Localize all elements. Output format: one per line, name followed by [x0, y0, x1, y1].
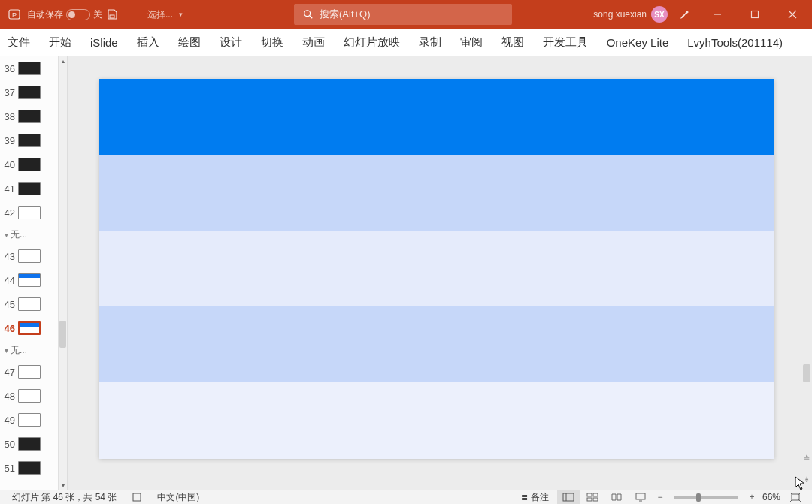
- thumbnail-slide-44[interactable]: 44: [0, 268, 58, 292]
- svg-rect-18: [792, 494, 799, 500]
- scroll-thumb[interactable]: [59, 321, 66, 348]
- thumbnail-slide-39[interactable]: 39: [0, 128, 58, 152]
- status-bar: 幻灯片 第 46 张，共 54 张 中文(中国) ≣ 备注 − + 66%: [0, 490, 812, 504]
- thumbnail-number: 47: [2, 367, 15, 378]
- thumbnail-slide-36[interactable]: 36: [0, 56, 58, 80]
- thumbnail-slide-51[interactable]: 51: [0, 456, 58, 480]
- svg-rect-15: [593, 498, 598, 501]
- tab-file[interactable]: 文件: [6, 31, 32, 54]
- tab-developer[interactable]: 开发工具: [541, 31, 589, 54]
- zoom-out-button[interactable]: −: [653, 490, 667, 504]
- section-header[interactable]: 无...: [0, 340, 58, 360]
- thumbnail-image: [18, 134, 41, 147]
- notes-button[interactable]: ≣ 备注: [514, 491, 556, 504]
- accessibility-icon[interactable]: [124, 492, 150, 502]
- reading-view-button[interactable]: [605, 490, 628, 504]
- tab-record[interactable]: 录制: [417, 31, 443, 54]
- thumbnail-image: [18, 86, 41, 99]
- thumbnail-slide-50[interactable]: 50: [0, 432, 58, 456]
- thumbnail-image: [18, 413, 41, 427]
- thumbnail-slide-38[interactable]: 38: [0, 104, 58, 128]
- tab-view[interactable]: 视图: [500, 31, 526, 54]
- thumbnail-number: 39: [2, 135, 15, 146]
- svg-rect-14: [587, 498, 592, 501]
- zoom-slider[interactable]: [674, 496, 738, 499]
- fit-to-window-button[interactable]: [784, 490, 807, 504]
- thumbnail-number: 42: [2, 207, 15, 219]
- thumbnail-number: 44: [2, 275, 15, 286]
- canvas-scroll-thumb[interactable]: [803, 364, 810, 382]
- language-button[interactable]: 中文(中国): [150, 491, 207, 504]
- zoom-level[interactable]: 66%: [759, 492, 783, 502]
- svg-rect-6: [752, 11, 759, 18]
- maximize-button[interactable]: [740, 4, 770, 25]
- tab-onekey[interactable]: OneKey Lite: [605, 32, 671, 53]
- select-label: 选择...: [147, 8, 173, 21]
- tab-review[interactable]: 审阅: [459, 31, 484, 54]
- brush-icon[interactable]: [677, 7, 692, 22]
- tab-islide[interactable]: iSlide: [89, 32, 120, 53]
- thumbnail-slide-46[interactable]: 46: [0, 316, 58, 340]
- thumbnail-number: 51: [2, 463, 15, 474]
- close-button[interactable]: [777, 4, 807, 25]
- workspace: 36373839404142无...43444546无...4748495051…: [0, 56, 812, 490]
- slide-counter[interactable]: 幻灯片 第 46 张，共 54 张: [5, 491, 124, 504]
- notes-label: 备注: [531, 491, 549, 504]
- thumbnail-image: [18, 321, 41, 335]
- current-slide[interactable]: [99, 79, 774, 459]
- canvas-scrollbar[interactable]: [801, 56, 812, 473]
- thumbnail-image: [18, 182, 41, 195]
- thumbnail-slide-41[interactable]: 41: [0, 177, 58, 201]
- thumbnails-scrollbar[interactable]: ▴ ▾: [58, 56, 67, 490]
- svg-line-4: [310, 16, 313, 19]
- thumbnail-image: [18, 110, 41, 123]
- thumbnail-slide-42[interactable]: 42: [0, 201, 58, 225]
- normal-view-button[interactable]: [557, 490, 580, 504]
- thumbnail-slide-40[interactable]: 40: [0, 152, 58, 177]
- thumbnail-image: [18, 365, 41, 379]
- thumbnail-number: 49: [2, 415, 15, 426]
- app-icon: P: [7, 7, 22, 22]
- slide-stripe-4: [99, 306, 774, 382]
- tab-design[interactable]: 设计: [218, 31, 244, 54]
- thumbnail-slide-47[interactable]: 47: [0, 360, 58, 384]
- sorter-view-button[interactable]: [581, 490, 604, 504]
- tab-animations[interactable]: 动画: [301, 31, 326, 54]
- slide-stripe-5: [99, 382, 774, 459]
- thumbnail-image: [18, 297, 41, 311]
- scroll-up-icon[interactable]: ▴: [59, 56, 67, 65]
- account-button[interactable]: song xuexian SX: [593, 6, 668, 23]
- quick-select[interactable]: 选择... ▾: [147, 8, 183, 21]
- autosave-toggle[interactable]: 自动保存 关: [27, 8, 102, 21]
- tab-insert[interactable]: 插入: [135, 31, 161, 54]
- tab-draw[interactable]: 绘图: [177, 31, 202, 54]
- section-header[interactable]: 无...: [0, 225, 58, 244]
- svg-rect-16: [636, 493, 645, 499]
- thumbnail-slide-48[interactable]: 48: [0, 384, 58, 408]
- thumbnail-slide-43[interactable]: 43: [0, 244, 58, 268]
- zoom-in-button[interactable]: +: [745, 490, 759, 504]
- thumbnail-image: [18, 461, 41, 475]
- scroll-down-icon[interactable]: ▾: [59, 481, 67, 490]
- prev-slide-icon[interactable]: ≜: [804, 454, 810, 463]
- nav-icons: ≜ ⇟: [801, 448, 812, 490]
- thumbnail-number: 50: [2, 439, 15, 450]
- minimize-button[interactable]: [702, 4, 732, 25]
- thumbnail-slide-45[interactable]: 45: [0, 292, 58, 316]
- tab-home[interactable]: 开始: [47, 31, 73, 54]
- tab-transitions[interactable]: 切换: [259, 31, 285, 54]
- thumbnail-number: 46: [2, 323, 15, 334]
- thumbnail-slide-37[interactable]: 37: [0, 80, 58, 104]
- slideshow-view-button[interactable]: [629, 490, 652, 504]
- save-button[interactable]: [105, 7, 120, 22]
- slide-canvas-area[interactable]: ≜ ⇟: [68, 56, 812, 490]
- tab-lvyhtools[interactable]: LvyhTools(201114): [686, 32, 784, 53]
- thumbnail-slide-49[interactable]: 49: [0, 408, 58, 432]
- thumbnail-image: [18, 273, 41, 287]
- tab-slideshow[interactable]: 幻灯片放映: [342, 31, 401, 54]
- search-input[interactable]: 搜索(Alt+Q): [294, 4, 512, 25]
- svg-rect-9: [133, 493, 141, 501]
- next-slide-icon[interactable]: ⇟: [804, 475, 810, 484]
- svg-rect-10: [563, 493, 574, 501]
- thumbnail-image: [18, 62, 41, 75]
